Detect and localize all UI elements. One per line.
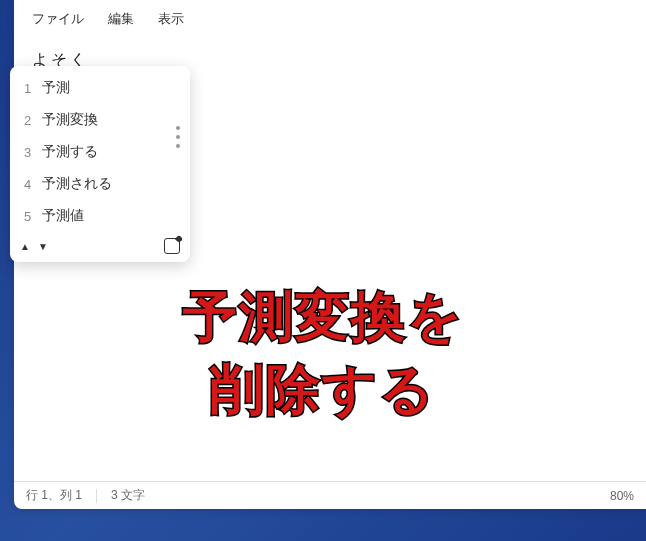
menu-view[interactable]: 表示 [148, 6, 194, 32]
ime-candidate-2[interactable]: 2 予測変換 [10, 104, 190, 136]
candidate-number: 2 [24, 113, 42, 128]
candidate-number: 5 [24, 209, 42, 224]
candidate-text: 予測する [42, 143, 176, 161]
status-zoom[interactable]: 80% [606, 489, 638, 503]
candidate-text: 予測値 [42, 207, 176, 225]
ime-candidate-3[interactable]: 3 予測する [10, 136, 190, 168]
ime-candidate-4[interactable]: 4 予測される [10, 168, 190, 200]
menubar: ファイル 編集 表示 [14, 0, 646, 38]
candidate-number: 3 [24, 145, 42, 160]
candidate-text: 予測される [42, 175, 176, 193]
ime-candidate-5[interactable]: 5 予測値 [10, 200, 190, 232]
status-char-count: 3 文字 [107, 487, 149, 504]
candidate-number: 4 [24, 177, 42, 192]
more-options-icon[interactable] [176, 126, 180, 148]
status-separator [96, 489, 97, 503]
ime-popup-footer: ▲ ▼ [10, 232, 190, 256]
candidate-number: 1 [24, 81, 42, 96]
status-position: 行 1、列 1 [22, 487, 86, 504]
next-page-arrow[interactable]: ▼ [38, 241, 48, 252]
candidate-text: 予測 [42, 79, 176, 97]
status-bar: 行 1、列 1 3 文字 80% [14, 481, 646, 509]
ime-settings-icon[interactable] [164, 238, 180, 254]
menu-file[interactable]: ファイル [22, 6, 94, 32]
prev-page-arrow[interactable]: ▲ [20, 241, 30, 252]
ime-candidate-popup: 1 予測 2 予測変換 3 予測する 4 予測される 5 予測値 ▲ ▼ [10, 66, 190, 262]
menu-edit[interactable]: 編集 [98, 6, 144, 32]
candidate-text: 予測変換 [42, 111, 176, 129]
ime-candidate-1[interactable]: 1 予測 [10, 72, 190, 104]
